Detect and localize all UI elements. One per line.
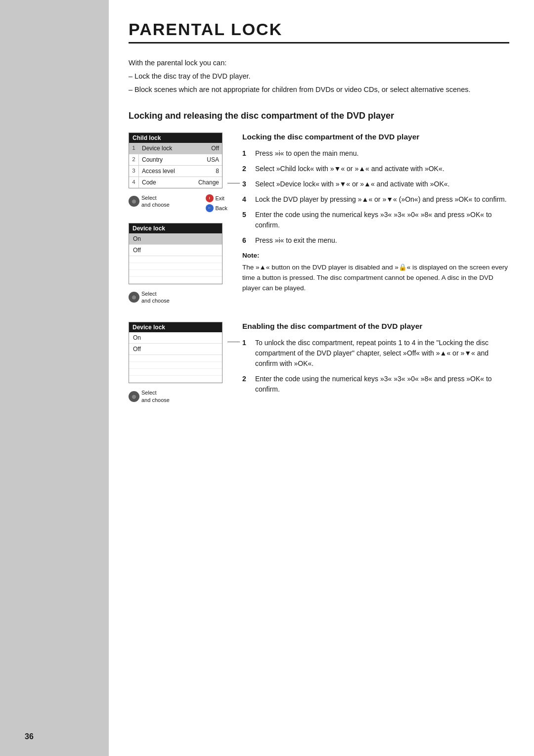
child-lock-menu: Child lock 1 Device lock Off 2 Country U… [129, 133, 222, 188]
step-6: 6 Press »i« to exit the menu. [242, 235, 509, 246]
note-block: Note: The »▲« button on the DVD player i… [242, 251, 509, 294]
select-sub-2: and choose [141, 297, 170, 304]
select-label: Select [141, 194, 170, 201]
step-num-1: 1 [242, 148, 250, 159]
menu-row-country: 2 Country USA [129, 154, 222, 166]
step-text-5: Enter the code using the numerical keys … [255, 210, 509, 230]
row-val-code: Change [195, 177, 222, 188]
row-val-device-lock: Off [208, 143, 222, 154]
section1-locking: Child lock 1 Device lock Off 2 Country U… [129, 133, 509, 305]
page-number: 36 [25, 732, 34, 741]
enabling-steps-list: 1 To unlock the disc compartment, repeat… [242, 338, 509, 395]
dash-line-3 [227, 183, 240, 183]
menu1-select-btn: ◎ Select and choose [129, 194, 170, 209]
row-label-access: Access level [139, 166, 213, 177]
spacer3-1 [129, 355, 222, 362]
sub-heading-locking: Locking the disc compartment of the DVD … [242, 133, 509, 141]
back-icon: ← [206, 204, 214, 212]
step2-num-2: 2 [242, 374, 250, 384]
dash-line-s2-1 [227, 342, 240, 342]
device-lock-menu3: Device lock On Off [129, 322, 222, 383]
step-4: 4 Lock the DVD player by pressing »▲« or… [242, 194, 509, 205]
step2-text-2: Enter the code using the numerical keys … [255, 374, 509, 395]
spacer3-3 [129, 369, 222, 376]
row-label-device-lock: Device lock [139, 143, 208, 154]
step2-2: 2 Enter the code using the numerical key… [242, 374, 509, 395]
step-text-1: Press »i« to open the main menu. [255, 148, 509, 159]
section1-heading: Locking and releasing the disc compartme… [129, 110, 509, 122]
menu1-footer: ◎ Select and choose i Exit ← Back [129, 194, 227, 212]
menu3-select-btn: ◎ Select and choose [129, 389, 170, 403]
spacer2-3 [129, 270, 222, 277]
menu2-select-btn: ◎ Select and choose [129, 290, 170, 305]
select-icon-3: ◎ [129, 391, 139, 402]
sidebar [0, 0, 109, 756]
spacer2-1 [129, 256, 222, 263]
row-num-3: 3 [129, 166, 139, 177]
spacer3-4 [129, 376, 222, 383]
spacer3-2 [129, 362, 222, 369]
device-lock-row-off2: Off [129, 245, 222, 256]
device-lock-menu2: Device lock On Off [129, 223, 222, 284]
device-lock-title2: Device lock [129, 223, 222, 233]
child-lock-title: Child lock [129, 133, 222, 143]
menu-row-device-lock: 1 Device lock Off [129, 143, 222, 154]
select-label-3: Select [141, 389, 170, 396]
exit-item: i Exit [206, 194, 227, 202]
menu1-footer-right: i Exit ← Back [206, 194, 227, 212]
intro-lead: With the parental lock you can: [129, 57, 509, 69]
row-num-1: 1 [129, 143, 139, 154]
select-label-group-2: Select and choose [141, 290, 170, 305]
step-num-2: 2 [242, 164, 250, 174]
step-num-4: 4 [242, 194, 250, 205]
step-text-2: Select »Child lock« with »▼« or »▲« and … [255, 164, 509, 174]
menu3-footer: ◎ Select and choose [129, 389, 227, 403]
col-left-menu1: Child lock 1 Device lock Off 2 Country U… [129, 133, 227, 305]
row-label-country: Country [139, 154, 204, 165]
col-right-steps1: Locking the disc compartment of the DVD … [242, 133, 509, 305]
step2-num-1: 1 [242, 338, 250, 348]
select-label-2: Select [141, 290, 170, 297]
intro-point-1: – Lock the disc tray of the DVD player. [129, 71, 509, 82]
select-label-group: Select and choose [141, 194, 170, 209]
main-content: PARENTAL LOCK With the parental lock you… [109, 0, 534, 756]
step-1: 1 Press »i« to open the main menu. [242, 148, 509, 159]
step-num-3: 3 [242, 179, 250, 189]
spacer2-4 [129, 277, 222, 284]
step-text-3: Select »Device lock« with »▼« or »▲« and… [255, 179, 509, 189]
step-num-6: 6 [242, 235, 250, 246]
back-label: Back [216, 205, 227, 211]
menu-row-code: 4 Code Change [129, 177, 222, 188]
intro-point-2: – Block scenes which are not appropriate… [129, 84, 509, 95]
locking-steps-list: 1 Press »i« to open the main menu. 2 Sel… [242, 148, 509, 246]
step-text-4: Lock the DVD player by pressing »▲« or »… [255, 194, 509, 205]
menu2-footer: ◎ Select and choose [129, 290, 227, 305]
col-right-steps2: Enabling the disc compartment of the DVD… [242, 322, 509, 403]
spacer2-2 [129, 263, 222, 270]
step-3: 3 Select »Device lock« with »▼« or »▲« a… [242, 179, 509, 189]
sub-heading-enabling: Enabling the disc compartment of the DVD… [242, 322, 509, 331]
select-icon-2: ◎ [129, 292, 139, 303]
device-lock-row-on3: On [129, 332, 222, 344]
row-num-2: 2 [129, 154, 139, 165]
page-title: PARENTAL LOCK [129, 20, 509, 44]
note-label: Note: [242, 251, 509, 261]
step-text-6: Press »i« to exit the menu. [255, 235, 509, 246]
step2-text-1: To unlock the disc compartment, repeat p… [255, 338, 509, 369]
step-2: 2 Select »Child lock« with »▼« or »▲« an… [242, 164, 509, 174]
exit-icon: i [206, 194, 214, 202]
row-val-country: USA [204, 154, 222, 165]
step2-1: 1 To unlock the disc compartment, repeat… [242, 338, 509, 369]
section2-enabling: Device lock On Off ◎ Select and choose [129, 322, 509, 403]
intro-block: With the parental lock you can: – Lock t… [129, 57, 509, 96]
device-lock-menu2-wrapper: Device lock On Off ◎ Select and choose [129, 223, 227, 305]
device-lock-row-on2: On [129, 233, 222, 245]
row-val-access: 8 [213, 166, 222, 177]
step-num-5: 5 [242, 210, 250, 220]
col-left-menu3: Device lock On Off ◎ Select and choose [129, 322, 227, 403]
select-icon: ◎ [129, 196, 139, 207]
select-label-group-3: Select and choose [141, 389, 170, 403]
note-text: The »▲« button on the DVD player is disa… [242, 264, 508, 292]
select-sub-3: and choose [141, 397, 170, 403]
select-sub: and choose [141, 201, 170, 208]
